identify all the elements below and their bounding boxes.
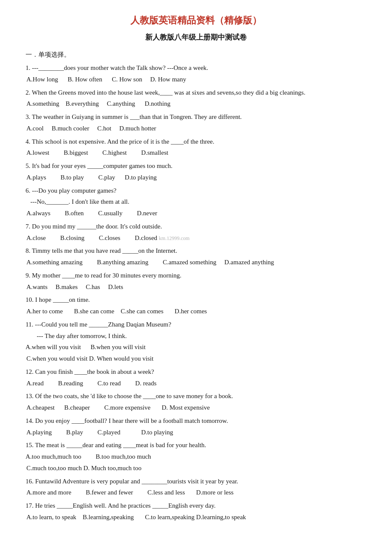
q14-options: A.playing B.play C.played D.to playing — [26, 427, 366, 438]
q13-text: 13. Of the two coats, she 'd like to cho… — [26, 391, 366, 402]
q15-options2: C.much too,too much D. Much too,much too — [26, 463, 366, 474]
q11-text2: --- The day after tomorrow, I think. — [26, 331, 366, 341]
question-14: 14. Do you enjoy ____football? I hear th… — [26, 416, 366, 438]
q16-text: 16. Funtawild Adventure is very popular … — [26, 476, 366, 487]
question-3: 3. The weather in Guiyang in summer is _… — [26, 112, 366, 134]
q10-text: 10. I hope _____on time. — [26, 295, 366, 305]
question-2: 2. When the Greens moved into the house … — [26, 87, 366, 110]
q13-options: A.cheapest B.cheaper C.more expensive D.… — [26, 402, 366, 413]
question-6: 6. ---Do you play computer games? ---No,… — [26, 185, 366, 219]
q6-text1: 6. ---Do you play computer games? — [26, 185, 366, 196]
q5-options: A.plays B.to play C.play D.to playing — [26, 172, 366, 183]
q14-text: 14. Do you enjoy ____football? I hear th… — [26, 416, 366, 426]
q2-options: A.something B.everything C.anything D.no… — [26, 98, 366, 109]
q7-options: A.close B.closing C.closes D.closed km.1… — [26, 233, 366, 243]
q8-text: 8. Timmy tells me that you have read ___… — [26, 246, 366, 256]
questions-container: 1. ---________does your mother watch the… — [26, 63, 366, 523]
q1-options: A.How long B. How often C. How son D. Ho… — [26, 74, 366, 85]
q10-options: A.her to come B.she can come C.she can c… — [26, 306, 366, 317]
q8-options: A.something amazing B.anything amazing C… — [26, 257, 366, 268]
question-8: 8. Timmy tells me that you have read ___… — [26, 246, 366, 268]
question-11: 11. ---Could you tell me ______Zhang Daq… — [26, 319, 366, 364]
question-4: 4. This school is not expensive. And the… — [26, 136, 366, 159]
q17-text: 17. He tries _____English well. And he p… — [26, 500, 366, 511]
q11-text1: 11. ---Could you tell me ______Zhang Daq… — [26, 319, 366, 330]
q17-options: A.to learn, to speak B.learning,speaking… — [26, 512, 366, 523]
q9-options: A.wants B.makes C.has D.lets — [26, 282, 366, 292]
sub-title: 新人教版八年级上册期中测试卷 — [26, 32, 366, 43]
question-17: 17. He tries _____English well. And he p… — [26, 500, 366, 523]
q15-options1: A.too much,much too B.too much,too much — [26, 451, 366, 462]
q9-text: 9. My mother ____me to read for 30 minut… — [26, 270, 366, 281]
q15-text: 15. The meat is _____dear and eating ___… — [26, 440, 366, 451]
question-5: 5. It's bad for your eyes _____computer … — [26, 161, 366, 183]
question-15: 15. The meat is _____dear and eating ___… — [26, 440, 366, 473]
section1-header: 一．单项选择。 — [26, 49, 366, 60]
question-7: 7. Do you mind my ______the door. It's c… — [26, 221, 366, 243]
question-16: 16. Funtawild Adventure is very popular … — [26, 476, 366, 498]
question-1: 1. ---________does your mother watch the… — [26, 63, 366, 85]
q3-options: A.cool B.much cooler C.hot D.much hotter — [26, 123, 366, 134]
q6-text2: ---No,_______. I don't like them at all. — [26, 197, 366, 207]
q12-options: A.read B.reading C.to read D. reads — [26, 378, 366, 389]
q5-text: 5. It's bad for your eyes _____computer … — [26, 161, 366, 171]
q3-text: 3. The weather in Guiyang in summer is _… — [26, 112, 366, 122]
question-13: 13. Of the two coats, she 'd like to cho… — [26, 391, 366, 413]
q11-options2: C.when you would visit D. When would you… — [26, 353, 366, 364]
q7-text: 7. Do you mind my ______the door. It's c… — [26, 221, 366, 232]
q4-text: 4. This school is not expensive. And the… — [26, 136, 366, 147]
question-10: 10. I hope _____on time. A.her to come B… — [26, 295, 366, 317]
q11-options1: A.when will you visit B.when you will vi… — [26, 342, 366, 353]
q2-text: 2. When the Greens moved into the house … — [26, 87, 366, 98]
question-12: 12. Can you finish ____the book in about… — [26, 367, 366, 389]
q16-options: A.more and more B.fewer and fewer C.less… — [26, 487, 366, 498]
q6-options: A.always B.often C.usually D.never — [26, 208, 366, 219]
question-9: 9. My mother ____me to read for 30 minut… — [26, 270, 366, 292]
q4-options: A.lowest B.biggest C.highest D.smallest — [26, 147, 366, 158]
main-title: 人教版英语精品资料（精修版） — [26, 13, 366, 28]
q1-text: 1. ---________does your mother watch the… — [26, 63, 366, 73]
q12-text: 12. Can you finish ____the book in about… — [26, 367, 366, 377]
